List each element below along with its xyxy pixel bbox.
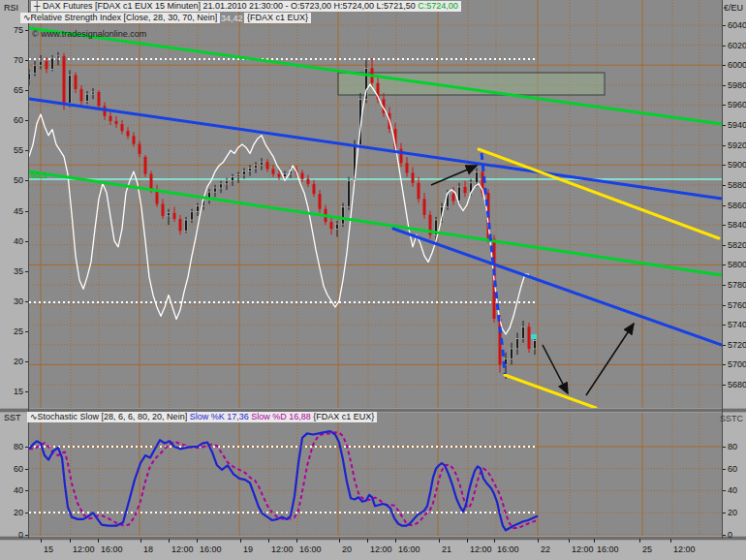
rsi-tick-label: 70 [0, 55, 23, 65]
rsi-tick-label: 50 [0, 175, 23, 185]
time-tick-label: 16:00 [200, 544, 222, 554]
price-tickmark [723, 285, 726, 286]
stoch-k-value: Slow %K 17,36 [190, 412, 252, 421]
candle-body [464, 187, 467, 193]
candle-body [115, 121, 118, 124]
plot-left-border [28, 0, 29, 539]
rsi-legend[interactable]: ∿Relative Strength Index [Close, 28, 30,… [20, 13, 220, 23]
price-tickmark [723, 165, 726, 166]
time-tickmark [670, 539, 671, 543]
rsi-symbol-chip[interactable]: {FDAX c1 EUX} [244, 13, 311, 23]
price-tickmark [723, 364, 726, 365]
trading-chart-window: RSI €/EU SST SSTC ┼ DAX Futures [FDAX c1… [0, 0, 746, 560]
candle-body [197, 206, 200, 212]
time-tickmark [197, 539, 198, 543]
candle-body [418, 183, 420, 199]
time-tickmark [41, 539, 42, 543]
stoch-legend[interactable]: ∿Stochastic Slow [28, 6, 6, 80, 20, Nein… [27, 412, 377, 422]
candle-body [452, 194, 455, 201]
candle-body [348, 181, 351, 207]
stoch-tick-label: 60 [0, 464, 23, 474]
rsi-tickmark [25, 211, 28, 212]
time-tickmark [538, 539, 539, 543]
rsi-tick-label: 35 [0, 266, 23, 276]
last-price-marker [531, 334, 537, 339]
rsi-tick-label: 25 [0, 327, 23, 336]
rsi-tick-label: 60 [0, 115, 23, 125]
candle-body [261, 162, 264, 165]
price-tickmark [723, 345, 726, 346]
time-tick-label: 20 [342, 544, 352, 554]
price-axis-title: €/EU [724, 3, 743, 13]
price-tick-label: 5680 [728, 380, 746, 389]
candle-body [51, 58, 54, 69]
candle-body [255, 165, 258, 168]
price-tickmark [723, 225, 726, 226]
rsi-tickmark [25, 30, 28, 31]
time-tick-label: 21 [442, 544, 451, 554]
wave-icon: ∿ [30, 412, 38, 421]
time-tickmark [639, 539, 640, 543]
stoch-tick-label: 40 [0, 485, 23, 495]
candle-body [139, 144, 141, 154]
candle-body [528, 327, 531, 349]
price-tickmark [723, 205, 726, 206]
price-tickmark [723, 325, 726, 326]
stoch-right-tick-label: 0 [728, 530, 732, 540]
candle-body [162, 203, 165, 215]
price-tickmark [723, 65, 726, 66]
panel-separator[interactable] [0, 536, 746, 541]
candle-body [522, 327, 525, 338]
time-tick-label: 22 [541, 544, 550, 554]
rsi-tick-label: 30 [0, 296, 23, 306]
stoch-right-axis-title: SSTC [720, 414, 743, 423]
time-tick-label: 12:00 [171, 544, 194, 554]
time-tick-label: 12:00 [572, 544, 594, 554]
rsi-tickmark [25, 241, 28, 242]
candle-body [516, 339, 519, 349]
candle-body [168, 213, 171, 216]
price-tick-label: 5860 [728, 201, 746, 210]
candle-body [144, 157, 147, 174]
rsi-current-value: 34,42 [221, 14, 243, 23]
trendline-value-label: 50,1 [30, 171, 47, 180]
time-tick-label: 12:00 [370, 544, 392, 554]
price-tickmark [723, 85, 726, 86]
main-legend-title: DAX Futures [FDAX c1 EUX 15 Minuten] 21.… [43, 1, 418, 11]
rsi-tickmark [25, 271, 28, 272]
rsi-tick-label: 45 [0, 206, 23, 216]
price-tick-label: 6040 [728, 20, 746, 30]
stoch-tickmark [25, 490, 28, 491]
stoch-right-tickmark [723, 490, 726, 491]
candle-body [92, 92, 95, 94]
candle-body [57, 56, 60, 58]
time-tick-label: 25 [642, 544, 652, 554]
rsi-tick-label: 15 [0, 387, 23, 396]
price-tick-label: 5960 [728, 100, 746, 109]
stoch-tick-label: 0 [0, 530, 23, 540]
time-tickmark [296, 539, 297, 543]
stochastic-plot[interactable] [29, 411, 722, 537]
main-chart-plot[interactable] [29, 0, 722, 408]
rsi-axis-title: RSI [4, 3, 18, 13]
price-tick-label: 5900 [728, 160, 746, 170]
candle-body [266, 162, 269, 169]
candle-body [98, 92, 101, 106]
rsi-tick-label: 55 [0, 145, 23, 155]
main-legend-row1[interactable]: ┼ DAX Futures [FDAX c1 EUX 15 Minuten] 2… [31, 1, 461, 12]
candle-body [121, 124, 124, 131]
time-tick-label: 16:00 [597, 544, 619, 554]
candle-body [127, 131, 130, 136]
price-tick-label: 5820 [728, 240, 746, 250]
price-tick-label: 5840 [728, 220, 746, 230]
copyright-text: © www.tradesignalonline.com [32, 29, 146, 39]
close-value: C:5724,00 [418, 1, 458, 11]
time-tickmark [268, 539, 269, 543]
plot-right-border [722, 0, 723, 539]
stoch-tickmark [25, 469, 28, 470]
price-tickmark [723, 305, 726, 306]
candle-body [185, 220, 188, 231]
time-tickmark [339, 539, 340, 543]
candle-body [46, 61, 48, 69]
candle-body [423, 199, 426, 214]
